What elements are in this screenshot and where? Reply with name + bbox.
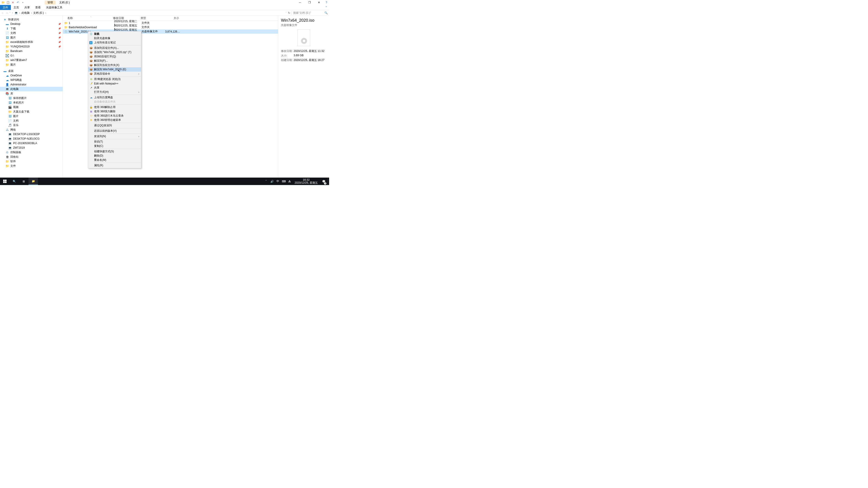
- close-button[interactable]: ✕: [314, 0, 324, 5]
- ctx-open-with[interactable]: 打开方式(H)›: [88, 90, 141, 94]
- tree-lib-item[interactable]: 🎵音乐: [0, 123, 63, 127]
- minimize-button[interactable]: ─: [295, 0, 305, 5]
- tree-documents[interactable]: 📄文档📌: [0, 31, 63, 35]
- tree-downloads[interactable]: ⬇下载📌: [0, 26, 63, 31]
- tree-quick-access[interactable]: ★快速访问: [0, 17, 63, 22]
- tree-folder[interactable]: 📁软件: [0, 159, 63, 164]
- ctx-you
  [interactable]: ≡上传到有道云笔记: [88, 40, 141, 45]
- show-desktop-button[interactable]: [328, 177, 329, 185]
- ctx-cut[interactable]: 剪切(T): [88, 140, 141, 144]
- tree-folder[interactable]: 📁图片: [0, 62, 63, 67]
- nav-up-button[interactable]: ↑: [12, 11, 13, 14]
- ctx-360-menu[interactable]: ⚙使用 360管理右键菜单: [88, 118, 141, 122]
- ctx-other-compress[interactable]: 📦其他压缩命令›: [88, 72, 141, 76]
- ctx-delete[interactable]: 删除(D): [88, 154, 141, 158]
- tree-pictures[interactable]: 🖼图片📌: [0, 35, 63, 40]
- ctx-shortcut[interactable]: 创建快捷方式(S): [88, 149, 141, 154]
- tree-lib-item[interactable]: 📁天翼云盘下载: [0, 109, 63, 114]
- ribbon-context-tab[interactable]: 管理: [45, 1, 56, 4]
- breadcrumb[interactable]: 💻 › 此电脑 › 文档 (E:) ›: [14, 11, 284, 15]
- ctx-rename[interactable]: 重命名(M): [88, 158, 141, 162]
- ctx-add-archive[interactable]: 📦添加到压缩文件(A)...: [88, 46, 141, 50]
- ctx-360-trojan[interactable]: 🛡使用 360进行木马云查杀: [88, 113, 141, 118]
- tree-desktop-root[interactable]: ▬桌面: [0, 69, 63, 73]
- action-center-button[interactable]: 💬3: [320, 177, 327, 185]
- ribbon-tab-share[interactable]: 共享: [22, 5, 33, 10]
- search-input[interactable]: 搜索"文档 (E:)" 🔍: [291, 11, 328, 15]
- start-button[interactable]: [0, 177, 9, 185]
- tree-network-pc[interactable]: 💻PC-20190530OBLA: [0, 141, 63, 145]
- tree-lib-item[interactable]: 🖼本机照片: [0, 100, 63, 105]
- tree-folder[interactable]: 📁win7重装win7: [0, 58, 63, 62]
- tray-ime-icon[interactable]: ⌨: [281, 177, 286, 185]
- tree-lib-item[interactable]: 📄文档: [0, 119, 63, 123]
- qat-undo-icon[interactable]: ↶: [16, 0, 20, 4]
- tree-libraries[interactable]: 📚库: [0, 91, 63, 96]
- tray-network-icon[interactable]: 🖧: [287, 177, 292, 185]
- tree-control-panel[interactable]: ⚙控制面板: [0, 150, 63, 155]
- tray-ime[interactable]: 中: [275, 177, 281, 185]
- ribbon-tab-file[interactable]: 文件: [0, 5, 11, 10]
- ctx-360-force-delete[interactable]: ▦使用 360强力删除: [88, 109, 141, 113]
- qat-delete-icon[interactable]: ✕: [11, 0, 15, 4]
- tree-desktop[interactable]: ▬Desktop📌: [0, 22, 63, 26]
- tree-folder[interactable]: 📁Bandicam: [0, 49, 63, 53]
- taskbar-explorer[interactable]: 📁: [29, 177, 38, 185]
- refresh-button[interactable]: ↻: [288, 11, 290, 14]
- qat-dropdown-icon[interactable]: ▼: [21, 0, 25, 4]
- ctx-burn[interactable]: 刻录光盘映像: [88, 36, 141, 40]
- ribbon-tab-view[interactable]: 查看: [33, 5, 43, 10]
- ctx-send-to[interactable]: 发送到(N)›: [88, 134, 141, 138]
- ctx-properties[interactable]: 属性(R): [88, 163, 141, 168]
- tree-lib-item[interactable]: 🎬视频: [0, 105, 63, 109]
- taskbar-clock[interactable]: 16:32 2020/12/25, 星期五: [293, 178, 320, 184]
- search-button[interactable]: 🔍: [9, 177, 19, 185]
- tree-lib-item[interactable]: 🖼保存的图片: [0, 96, 63, 100]
- tray-overflow-icon[interactable]: ˆ: [264, 177, 269, 185]
- ctx-copy[interactable]: 复制(C): [88, 144, 141, 148]
- breadcrumb-segment[interactable]: 文档 (E:): [33, 11, 44, 15]
- tree-network-pc[interactable]: 💻DESKTOP-NJEU3CG: [0, 136, 63, 141]
- tree-this-pc[interactable]: 💻此电脑: [0, 87, 63, 91]
- tree-folder[interactable]: 📁excel表格制作求和📌: [0, 40, 63, 44]
- col-size[interactable]: 大小: [164, 16, 179, 20]
- ctx-baidu-upload[interactable]: ☁上传到百度网盘: [88, 95, 141, 100]
- tree-onedrive[interactable]: ☁OneDrive: [0, 73, 63, 78]
- ctx-restore-versions[interactable]: 还原以前的版本(V): [88, 129, 141, 133]
- file-row[interactable]: 📁 1 2020/12/15, 星期二 1… 文件夹: [63, 21, 278, 25]
- ribbon-expand-icon[interactable]: ⌃: [323, 5, 329, 10]
- ctx-extract-here[interactable]: 📦解压到当前文件夹(X): [88, 63, 141, 67]
- tree-network-pc[interactable]: 💻ZMT2019: [0, 145, 63, 150]
- ctx-share[interactable]: ↗共享: [88, 86, 141, 90]
- tree-network[interactable]: 🖧网络: [0, 127, 63, 132]
- nav-recent-dropdown[interactable]: ˅: [9, 12, 10, 14]
- ctx-qq-send[interactable]: 通过QQ发送到: [88, 123, 141, 128]
- ctx-add-zip[interactable]: 📦添加到 "Win7x64_2020.zip" (T): [88, 50, 141, 55]
- ribbon-tab-disc[interactable]: 光盘映像工具: [43, 5, 65, 10]
- col-type[interactable]: 类型: [141, 16, 164, 20]
- tree-folder[interactable]: 📁文件: [0, 164, 63, 168]
- help-button[interactable]: ?: [324, 0, 329, 5]
- tree-wps[interactable]: ☁WPS网盘: [0, 78, 63, 82]
- tree-recycle[interactable]: 🗑回收站: [0, 155, 63, 159]
- address-dropdown-icon[interactable]: ˅: [285, 12, 287, 14]
- tree-lib-item[interactable]: 🖼图片: [0, 114, 63, 119]
- ctx-honeybee[interactable]: ✿用 蜂蜜浏览器 浏览(3): [88, 77, 141, 81]
- ctx-open-360zip[interactable]: 📦用360压缩打开(Q): [88, 55, 141, 59]
- file-row[interactable]: 📁 BaiduNetdiskDownload 2020/12/25, 星期五 1…: [63, 25, 278, 29]
- tree-folder[interactable]: 📁YUNQISHI2019📌: [0, 44, 63, 49]
- maximize-button[interactable]: ❐: [305, 0, 314, 5]
- ribbon-tab-home[interactable]: 主页: [11, 5, 22, 10]
- nav-forward-button[interactable]: →: [5, 11, 8, 14]
- nav-back-button[interactable]: ←: [1, 11, 4, 14]
- tree-drive[interactable]: 💽G:\: [0, 53, 63, 58]
- ctx-notepad[interactable]: 📝Edit with Notepad++: [88, 81, 141, 86]
- tree-user[interactable]: 👤Administrator: [0, 82, 63, 87]
- tray-volume-icon[interactable]: 🔊: [269, 177, 275, 185]
- ctx-360-unlock[interactable]: 🔓使用 360解除占用: [88, 105, 141, 109]
- breadcrumb-segment[interactable]: 此电脑: [22, 11, 30, 15]
- ctx-extract-to[interactable]: 📦解压到(F)...: [88, 59, 141, 63]
- task-view-button[interactable]: ⊞: [19, 177, 29, 185]
- col-name[interactable]: 名称 ˆ: [63, 16, 113, 20]
- ctx-mount[interactable]: 💿装载: [88, 32, 141, 36]
